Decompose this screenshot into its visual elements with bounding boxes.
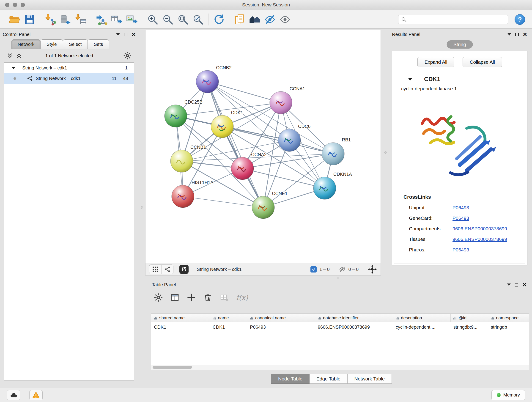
birds-eye-crosshair-icon[interactable]: [368, 265, 377, 274]
column-header-shared-name[interactable]: shared name: [151, 314, 210, 322]
collapse-all-button[interactable]: Collapse All: [462, 57, 502, 67]
splitter-handle[interactable]: [385, 151, 387, 153]
hide-selected-button[interactable]: [262, 12, 278, 27]
grid-view-button[interactable]: [149, 265, 161, 274]
zoom-out-button[interactable]: [160, 12, 175, 27]
zoom-selected-button[interactable]: [190, 12, 206, 27]
import-table-from-file-button[interactable]: [73, 12, 88, 27]
tab-network[interactable]: Network: [12, 39, 41, 49]
tab-network-table[interactable]: Network Table: [348, 374, 392, 384]
crosslink-link[interactable]: 9606.ENSP00000378699: [452, 236, 507, 242]
table-cell[interactable]: CDK1: [151, 322, 210, 332]
network-edge[interactable]: [183, 196, 263, 207]
panel-menu-icon[interactable]: [507, 283, 511, 288]
panel-close-icon[interactable]: ×: [523, 32, 527, 37]
crosslink-link[interactable]: P06493: [452, 216, 469, 221]
search-box[interactable]: [398, 15, 508, 24]
memory-button[interactable]: Memory: [491, 390, 525, 400]
column-header-database-identifier[interactable]: database identifier: [315, 314, 393, 322]
crosslink-row: Pharos: P06493: [394, 245, 525, 255]
column-header-label: name: [218, 315, 229, 320]
zoom-in-button[interactable]: [145, 12, 160, 27]
column-type-icon: [395, 316, 399, 320]
table-cell[interactable]: 9606.ENSP00000378699: [315, 322, 393, 332]
network-edge[interactable]: [207, 82, 281, 103]
panel-maximize-icon[interactable]: [124, 33, 127, 36]
home-button[interactable]: [247, 12, 262, 27]
table-cell[interactable]: stringdb: [488, 322, 529, 332]
export-image-button[interactable]: [124, 12, 139, 27]
scrollbar-thumb[interactable]: [152, 366, 192, 369]
network-view-button[interactable]: [161, 265, 173, 274]
table-cell[interactable]: P06493: [247, 322, 315, 332]
crosslink-link[interactable]: 9606.ENSP00000378699: [452, 226, 507, 231]
column-header-name[interactable]: name: [210, 314, 247, 322]
table-cell[interactable]: CDK1: [210, 322, 247, 332]
search-input[interactable]: [409, 17, 505, 22]
panel-menu-icon[interactable]: [116, 33, 120, 37]
table-row[interactable]: CDK1 CDK1 P06493 9606.ENSP00000378699 cy…: [151, 322, 529, 332]
edge-count: 48: [120, 76, 128, 81]
table-panel: Table Panel ×: [148, 280, 529, 384]
delete-column-icon[interactable]: [203, 293, 212, 302]
column-header-canonical-name[interactable]: canonical name: [247, 314, 315, 322]
show-columns-icon[interactable]: [170, 293, 179, 302]
refresh-button[interactable]: [211, 12, 226, 27]
network-edge[interactable]: [207, 82, 263, 207]
network-node-CCNB1[interactable]: [171, 150, 193, 172]
disclosure-triangle-icon[interactable]: [12, 67, 15, 71]
panel-maximize-icon[interactable]: [515, 283, 518, 287]
column-header-id[interactable]: @id: [451, 314, 488, 322]
hidden-eye-slash-icon[interactable]: [339, 266, 346, 273]
detach-view-button[interactable]: [179, 265, 189, 274]
selected-checkbox-icon[interactable]: [310, 266, 317, 273]
panel-menu-icon[interactable]: [507, 33, 511, 37]
tab-sets[interactable]: Sets: [88, 39, 109, 49]
expand-all-button[interactable]: Expand All: [418, 57, 454, 67]
table-settings-gear-icon[interactable]: [154, 293, 163, 302]
crosslink-link[interactable]: P06493: [452, 247, 469, 253]
network-canvas[interactable]: CCNB2CCNA1CDC25BCDK1CDC6RB1CCNB1CCNA2CDK…: [146, 30, 380, 263]
network-node-label: CDKN1A: [333, 172, 352, 177]
crosslink-label: Uniprot:: [409, 205, 452, 211]
column-header-description[interactable]: description: [393, 314, 451, 322]
crosslink-link[interactable]: P06493: [452, 205, 469, 211]
section-disclosure-icon[interactable]: [408, 78, 412, 83]
copy-document-icon: [234, 13, 246, 26]
tab-edge-table[interactable]: Edge Table: [310, 374, 348, 384]
string-tab[interactable]: String: [447, 40, 473, 49]
warnings-button[interactable]: [29, 390, 43, 400]
import-network-from-database-button[interactable]: [58, 12, 73, 27]
add-column-icon[interactable]: [187, 293, 196, 302]
cloud-services-button[interactable]: [7, 390, 20, 400]
crosslink-row: Compartments: 9606.ENSP00000378699: [394, 223, 525, 234]
panel-close-icon[interactable]: ×: [132, 32, 136, 37]
network-from-selection-button[interactable]: [94, 12, 109, 27]
show-all-button[interactable]: [278, 12, 293, 27]
main-toolbar: ?: [0, 10, 532, 29]
network-node-label: CDC25B: [184, 99, 203, 104]
tab-style[interactable]: Style: [41, 39, 63, 49]
import-network-from-file-button[interactable]: [43, 12, 58, 27]
tab-node-table[interactable]: Node Table: [271, 374, 310, 384]
open-session-button[interactable]: [7, 12, 22, 27]
save-session-button[interactable]: [22, 12, 37, 27]
tab-select[interactable]: Select: [63, 39, 88, 49]
network-row-selected[interactable]: String Network – cdk1 11 48: [4, 73, 134, 84]
column-header-namespace[interactable]: namespace: [488, 314, 529, 322]
copy-button[interactable]: [232, 12, 247, 27]
network-collection-row[interactable]: String Network – cdk1 1: [4, 63, 134, 73]
panel-close-icon[interactable]: ×: [522, 282, 526, 287]
network-edge[interactable]: [182, 140, 289, 161]
table-cell[interactable]: cyclin-dependent ...: [393, 322, 451, 332]
export-table-button[interactable]: [109, 12, 124, 27]
splitter-handle[interactable]: [337, 277, 339, 279]
gear-icon[interactable]: [123, 51, 132, 60]
panel-maximize-icon[interactable]: [515, 33, 519, 36]
network-edge[interactable]: [222, 127, 333, 154]
table-cell[interactable]: stringdb:9...: [451, 322, 488, 332]
zoom-fit-button[interactable]: [175, 12, 190, 27]
splitter-handle[interactable]: [141, 206, 143, 209]
help-button[interactable]: ?: [515, 14, 525, 25]
network-graph-svg[interactable]: CCNB2CCNA1CDC25BCDK1CDC6RB1CCNB1CCNA2CDK…: [146, 30, 380, 263]
